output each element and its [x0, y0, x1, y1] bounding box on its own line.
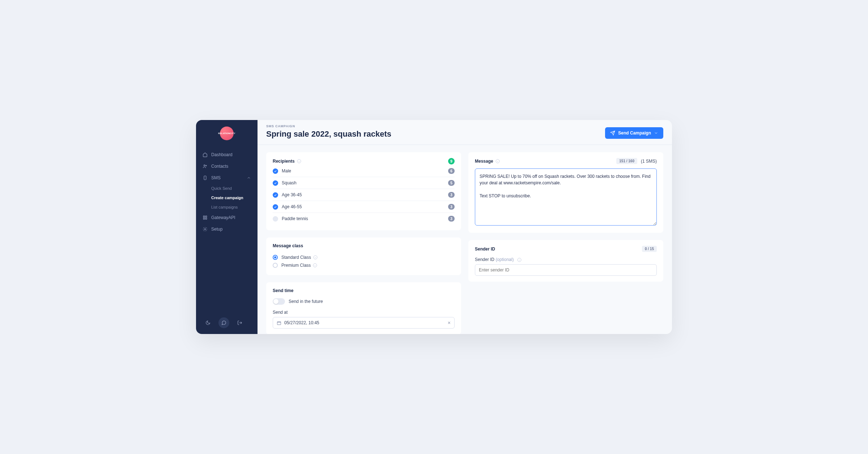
- sender-id-title: Sender ID: [475, 247, 495, 252]
- nav: Dashboard Contacts SMS Quick Send Creat: [196, 149, 258, 317]
- recipient-list: Male 6 Squash 5 Age 36-45 3: [273, 167, 455, 224]
- radio-standard[interactable]: Standard Class: [273, 253, 455, 261]
- card-head: Recipients 9: [273, 158, 455, 164]
- nav-dashboard[interactable]: Dashboard: [196, 149, 258, 160]
- header-left: SMS CAMPAIGN Spring sale 2022, squash ra…: [266, 124, 605, 139]
- moon-icon: [205, 320, 210, 325]
- users-icon: [203, 164, 208, 169]
- svg-rect-4: [205, 216, 207, 217]
- message-class-card: Message class Standard Class Premium Cla…: [266, 237, 461, 275]
- recipient-label: Paddle tennis: [282, 216, 308, 221]
- send-at-field[interactable]: [284, 320, 445, 325]
- calendar-icon: [277, 321, 281, 325]
- sidebar-bottom: [196, 317, 258, 328]
- left-column: Recipients 9 Male 6: [266, 152, 461, 334]
- message-textarea[interactable]: [475, 168, 657, 226]
- nav-sms[interactable]: SMS: [196, 172, 258, 184]
- recipient-row[interactable]: Age 36-45 3: [273, 189, 455, 201]
- send-campaign-button[interactable]: Send Campaign: [605, 127, 663, 139]
- svg-rect-11: [277, 321, 281, 325]
- home-icon: [203, 152, 208, 157]
- sidebar: RELATIONCITY Dashboard Contacts SMS: [196, 120, 258, 334]
- nav-gatewayapi[interactable]: GatewayAPI: [196, 212, 258, 223]
- message-meta: 151 / 160 (1 SMS): [616, 158, 657, 164]
- recipient-label: Age 46-55: [282, 204, 302, 209]
- main: SMS CAMPAIGN Spring sale 2022, squash ra…: [258, 120, 672, 334]
- toggle-label: Send in the future: [289, 299, 323, 304]
- nav-label: Setup: [211, 227, 222, 232]
- send-time-card: Send time Send in the future Send at ×: [266, 282, 461, 334]
- sender-id-input[interactable]: [479, 267, 653, 273]
- sender-id-label-text: Sender ID: [475, 257, 494, 262]
- recipient-count: 3: [448, 216, 455, 222]
- optional-hint: (optional): [495, 257, 514, 262]
- message-class-title: Message class: [273, 243, 303, 248]
- check-icon: [273, 180, 278, 186]
- phone-icon: [203, 175, 208, 180]
- recipient-label: Age 36-45: [282, 192, 302, 197]
- info-icon[interactable]: [313, 263, 317, 267]
- recipients-card: Recipients 9 Male 6: [266, 152, 461, 230]
- app-window: RELATIONCITY Dashboard Contacts SMS: [196, 120, 672, 334]
- check-icon: [273, 204, 278, 210]
- page-title: Spring sale 2022, squash rackets: [266, 129, 605, 139]
- breadcrumb: SMS CAMPAIGN: [266, 124, 605, 128]
- info-icon[interactable]: [517, 258, 522, 262]
- svg-point-1: [206, 165, 207, 166]
- nav-sms-submenu: Quick Send Create campaign List campaign…: [196, 184, 258, 212]
- brand-logo: RELATIONCITY: [220, 127, 234, 140]
- chat-icon: [221, 320, 226, 325]
- recipients-title: Recipients: [273, 159, 295, 164]
- recipient-count: 3: [448, 192, 455, 198]
- sender-meta: 0 / 15: [642, 246, 657, 252]
- info-icon[interactable]: [297, 159, 301, 163]
- send-at-input[interactable]: ×: [273, 317, 455, 329]
- theme-toggle-button[interactable]: [203, 317, 213, 328]
- recipient-count: 5: [448, 180, 455, 186]
- send-time-title: Send time: [273, 288, 293, 293]
- help-button[interactable]: [218, 317, 229, 328]
- recipient-count: 3: [448, 204, 455, 210]
- nav-contacts[interactable]: Contacts: [196, 160, 258, 172]
- sender-id-input-wrap[interactable]: [475, 264, 657, 276]
- radio-label: Standard Class: [281, 255, 311, 260]
- recipient-count: 6: [448, 168, 455, 174]
- check-icon: [273, 216, 278, 222]
- gear-icon: [203, 227, 208, 232]
- nav-create-campaign[interactable]: Create campaign: [196, 193, 258, 202]
- nav-label: GatewayAPI: [211, 215, 235, 220]
- radio-premium[interactable]: Premium Class: [273, 261, 455, 269]
- nav-label: Contacts: [211, 164, 228, 169]
- recipient-row[interactable]: Squash 5: [273, 177, 455, 189]
- svg-rect-5: [203, 218, 205, 219]
- recipients-total-badge: 9: [448, 158, 455, 164]
- recipient-row[interactable]: Male 6: [273, 167, 455, 177]
- info-icon[interactable]: [313, 255, 318, 260]
- card-head: Send time: [273, 288, 455, 293]
- send-icon: [610, 130, 615, 136]
- send-future-toggle-row: Send in the future: [273, 298, 455, 305]
- logout-button[interactable]: [234, 317, 245, 328]
- nav-list-campaigns[interactable]: List campaigns: [196, 202, 258, 212]
- char-counter: 151 / 160: [616, 158, 637, 164]
- recipient-row[interactable]: Age 46-55 3: [273, 201, 455, 213]
- svg-rect-6: [205, 218, 207, 219]
- sender-counter: 0 / 15: [642, 246, 657, 252]
- nav-setup[interactable]: Setup: [196, 223, 258, 235]
- info-icon[interactable]: [495, 159, 500, 163]
- nav-label: SMS: [211, 175, 221, 180]
- send-at-label: Send at: [273, 310, 455, 315]
- nav-quick-send[interactable]: Quick Send: [196, 184, 258, 193]
- page-header: SMS CAMPAIGN Spring sale 2022, squash ra…: [258, 120, 672, 145]
- check-icon: [273, 192, 278, 198]
- card-head: Message class: [273, 243, 455, 248]
- recipient-row[interactable]: Paddle tennis 3: [273, 213, 455, 224]
- message-title: Message: [475, 159, 493, 164]
- clear-icon[interactable]: ×: [448, 320, 451, 325]
- radio-icon: [273, 255, 278, 260]
- svg-point-7: [204, 228, 206, 230]
- recipient-label: Male: [282, 168, 291, 174]
- check-icon: [273, 168, 278, 174]
- grid-icon: [203, 215, 208, 220]
- send-future-toggle[interactable]: [273, 298, 285, 305]
